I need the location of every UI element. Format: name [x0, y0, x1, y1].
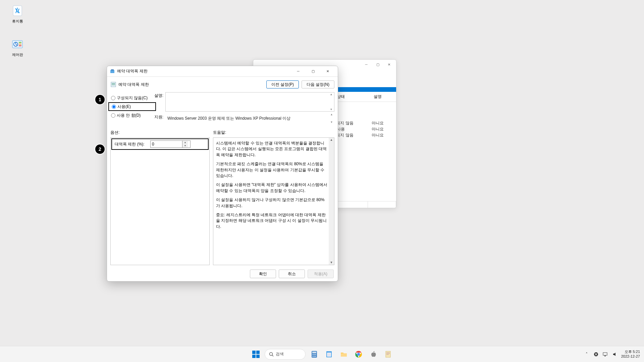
svg-rect-5: [19, 45, 21, 46]
dialog-footer: 확인 취소 적용(A): [107, 266, 338, 281]
dialog-title-icon: [110, 69, 115, 74]
setting-icon: [110, 81, 116, 87]
comment-textarea[interactable]: ▲▼: [165, 92, 334, 112]
control-panel-icon: [11, 38, 24, 51]
option-section-label: 옵션:: [110, 130, 210, 135]
spinner-up-button[interactable]: ▲: [182, 141, 188, 144]
spinner-down-button[interactable]: ▼: [182, 144, 188, 147]
svg-rect-4: [19, 44, 21, 45]
taskbar-calculator-icon[interactable]: [308, 348, 320, 360]
svg-point-24: [315, 356, 316, 357]
maximize-button[interactable]: ▢: [306, 67, 320, 76]
svg-rect-12: [256, 351, 260, 354]
svg-rect-43: [604, 356, 606, 356]
svg-point-19: [313, 354, 314, 355]
svg-rect-9: [112, 83, 115, 84]
next-setting-button[interactable]: 다음 설정(N): [302, 80, 334, 88]
radio-enabled[interactable]: 사용(E): [108, 102, 156, 111]
svg-rect-35: [386, 351, 390, 357]
bandwidth-row: 대역폭 제한 (%): ▲ ▼: [111, 138, 209, 150]
tray-network-icon[interactable]: [602, 351, 608, 357]
taskbar-search[interactable]: 검색: [265, 349, 306, 360]
svg-point-22: [313, 356, 314, 357]
apply-button[interactable]: 적용(A): [308, 269, 334, 278]
svg-rect-18: [312, 352, 316, 353]
taskbar-chrome-icon[interactable]: [353, 348, 365, 360]
radio-enabled-input[interactable]: [112, 105, 116, 109]
tray-chevron-icon[interactable]: ˄: [584, 351, 590, 357]
taskbar: 검색 ˄ 오후 5:21 2022-12-27: [0, 346, 644, 362]
taskbar-notepad-icon[interactable]: [323, 348, 335, 360]
svg-rect-13: [252, 355, 256, 358]
help-text-box: 시스템에서 예약할 수 있는 연결 대역폭의 백분율을 결정합니다. 이 값은 …: [213, 137, 334, 265]
bg-close-button[interactable]: ✕: [383, 61, 395, 68]
recycle-bin-label: 휴지통: [5, 19, 30, 24]
tray-clock[interactable]: 오후 5:21 2022-12-27: [621, 350, 640, 358]
dialog-titlebar[interactable]: 예약 대역폭 제한 ─ ▢ ✕: [107, 66, 338, 77]
support-label: 지원:: [153, 114, 165, 120]
comment-label: 설명:: [153, 92, 165, 99]
help-scrollbar[interactable]: ▲▼: [329, 138, 334, 265]
prev-setting-button[interactable]: 이전 설정(P): [266, 80, 299, 88]
cancel-button[interactable]: 취소: [279, 269, 305, 278]
bg-minimize-button[interactable]: ─: [361, 61, 372, 68]
help-section-label: 도움말:: [213, 130, 334, 135]
radio-not-configured-input[interactable]: [111, 96, 115, 100]
svg-rect-7: [111, 69, 114, 70]
svg-rect-10: [112, 84, 115, 85]
svg-rect-0: [13, 6, 22, 16]
minimize-button[interactable]: ─: [291, 67, 306, 76]
comment-scrollbar[interactable]: ▲▼: [329, 93, 334, 111]
annotation-marker-1: 1: [95, 95, 105, 104]
radio-disabled[interactable]: 사용 안 함(D): [110, 111, 153, 120]
svg-point-23: [314, 356, 315, 357]
radio-disabled-input[interactable]: [111, 113, 115, 118]
svg-point-15: [270, 352, 273, 355]
tray-status-icon[interactable]: [593, 351, 599, 357]
svg-rect-3: [19, 42, 21, 43]
desktop-icon-control-panel[interactable]: 제어판: [5, 38, 30, 57]
recycle-bin-icon: [11, 4, 24, 17]
policy-dialog: 예약 대역폭 제한 ─ ▢ ✕ 예약 대역폭 제한 이전 설정(P) 다음 설정…: [107, 66, 338, 282]
radio-not-configured[interactable]: 구성되지 않음(C): [110, 94, 153, 102]
svg-point-20: [314, 354, 315, 355]
control-panel-label: 제어판: [5, 52, 30, 57]
desktop-icon-recycle-bin[interactable]: 휴지통: [5, 4, 30, 24]
taskbar-document-icon[interactable]: [382, 348, 394, 360]
svg-rect-14: [256, 355, 260, 358]
svg-line-16: [272, 355, 274, 356]
support-scrollbar[interactable]: ▲▼: [329, 113, 334, 124]
dialog-title: 예약 대역폭 제한: [117, 68, 291, 74]
taskbar-apple-icon[interactable]: [367, 348, 379, 360]
annotation-marker-2: 2: [95, 144, 105, 154]
radio-group: 구성되지 않음(C) 사용(E) 사용 안 함(D): [110, 92, 153, 125]
bg-col-desc[interactable]: 설명: [359, 94, 396, 100]
start-button[interactable]: [250, 348, 262, 360]
svg-rect-42: [603, 353, 607, 355]
close-button[interactable]: ✕: [320, 67, 335, 76]
svg-rect-6: [110, 70, 114, 73]
support-text-box: Windows Server 2003 운영 체제 또는 Windows XP …: [165, 114, 334, 123]
svg-rect-30: [341, 353, 347, 357]
svg-rect-11: [252, 351, 256, 354]
bandwidth-input[interactable]: [151, 142, 182, 146]
setting-name: 예약 대역폭 제한: [118, 82, 266, 87]
taskbar-tray: ˄ 오후 5:21 2022-12-27: [580, 350, 644, 358]
bandwidth-spinner[interactable]: ▲ ▼: [150, 140, 191, 148]
search-icon: [269, 352, 274, 357]
option-box: 대역폭 제한 (%): ▲ ▼: [110, 137, 210, 265]
ok-button[interactable]: 확인: [250, 269, 276, 278]
tray-volume-icon[interactable]: [612, 351, 618, 357]
bandwidth-label: 대역폭 제한 (%):: [115, 141, 147, 147]
bg-maximize-button[interactable]: ▢: [372, 61, 383, 68]
svg-point-34: [358, 353, 360, 355]
svg-point-21: [315, 354, 316, 355]
taskbar-explorer-icon[interactable]: [338, 348, 350, 360]
